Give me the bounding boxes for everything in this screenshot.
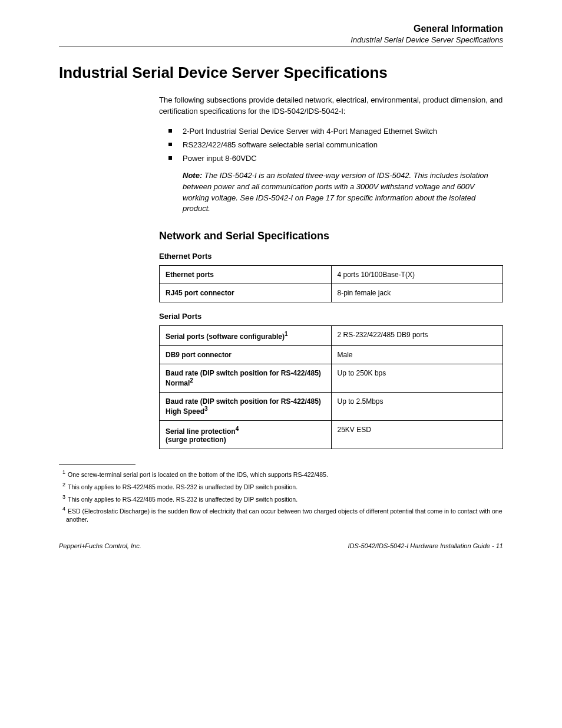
table-cell: 2 RS-232/422/485 DB9 ports: [331, 326, 503, 346]
footnote: 4ESD (Electrostatic Discharge) is the su…: [62, 505, 503, 523]
table-cell: RJ45 port connector: [160, 284, 332, 302]
table-cell: 8-pin female jack: [331, 284, 503, 302]
footnote: 1One screw-terminal serial port is locat…: [62, 469, 503, 479]
list-item: Power input 8-60VDC: [183, 151, 503, 165]
serial-subheading: Serial Ports: [159, 312, 503, 321]
footnote: 2This only applies to RS-422/485 mode. R…: [62, 481, 503, 491]
running-header: General Information Industrial Serial De…: [59, 24, 503, 47]
table-cell: DB9 port connector: [160, 346, 332, 364]
header-title: General Information: [59, 24, 503, 34]
table-cell: Baud rate (DIP switch position for RS-42…: [160, 393, 332, 421]
list-item: 2-Port Industrial Serial Device Server w…: [183, 124, 503, 138]
note-text: The IDS-5042-I is an isolated three-way …: [183, 171, 488, 213]
ethernet-subheading: Ethernet Ports: [159, 252, 503, 261]
table-row: RJ45 port connector 8-pin female jack: [160, 284, 503, 302]
table-cell: 25KV ESD: [331, 421, 503, 449]
table-row: Ethernet ports 4 ports 10/100Base-T(X): [160, 266, 503, 284]
table-cell: 4 ports 10/100Base-T(X): [331, 266, 503, 284]
header-subtitle: Industrial Serial Device Server Specific…: [59, 34, 503, 44]
footer-left: Pepperl+Fuchs Comtrol, Inc.: [59, 542, 141, 549]
intro-lead: The following subsections provide detail…: [159, 95, 503, 117]
table-row: Serial line protection4 (surge protectio…: [160, 421, 503, 449]
table-row: DB9 port connector Male: [160, 346, 503, 364]
table-row: Serial ports (software configurable)1 2 …: [160, 326, 503, 346]
table-cell: Ethernet ports: [160, 266, 332, 284]
table-cell: Up to 2.5Mbps: [331, 393, 503, 421]
note-label: Note:: [183, 171, 202, 180]
footnote: 3This only applies to RS-422/485 mode. R…: [62, 493, 503, 503]
page-footer: Pepperl+Fuchs Comtrol, Inc. IDS-5042/IDS…: [59, 538, 503, 549]
serial-table: Serial ports (software configurable)1 2 …: [159, 325, 503, 449]
table-cell: Serial ports (software configurable)1: [160, 326, 332, 346]
network-spec-heading: Network and Serial Specifications: [159, 230, 503, 242]
table-cell: Male: [331, 346, 503, 364]
footer-right: IDS-5042/IDS-5042-I Hardware Installatio…: [348, 542, 503, 549]
table-row: Baud rate (DIP switch position for RS-42…: [160, 393, 503, 421]
footnotes: 1One screw-terminal serial port is locat…: [59, 465, 503, 523]
footnote-rule: [59, 465, 135, 465]
list-item: RS232/422/485 software selectable serial…: [183, 138, 503, 151]
ethernet-table: Ethernet ports 4 ports 10/100Base-T(X) R…: [159, 265, 503, 302]
table-cell: Up to 250K bps: [331, 364, 503, 393]
section-title: Industrial Serial Device Server Specific…: [59, 64, 503, 82]
note-paragraph: Note: The IDS-5042-I is an isolated thre…: [183, 170, 503, 215]
table-cell: Serial line protection4 (surge protectio…: [160, 421, 332, 449]
table-row: Baud rate (DIP switch position for RS-42…: [160, 364, 503, 393]
table-cell: Baud rate (DIP switch position for RS-42…: [160, 364, 332, 393]
intro-list: 2-Port Industrial Serial Device Server w…: [159, 124, 503, 166]
